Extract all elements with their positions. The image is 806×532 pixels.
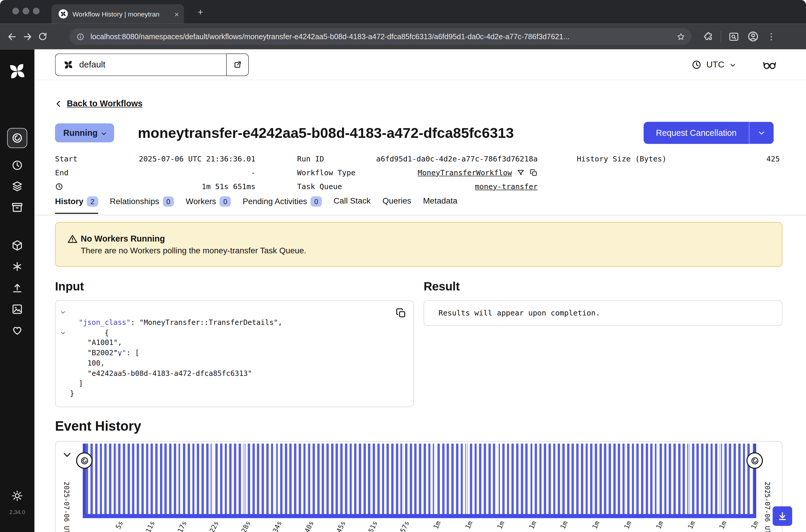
sidebar-item-namespaces[interactable] (11, 261, 23, 272)
sidebar-item-stack[interactable] (11, 180, 23, 192)
filter-icon[interactable] (517, 168, 525, 176)
forward-icon[interactable] (19, 29, 35, 44)
sidebar-item-deployments[interactable] (11, 240, 23, 251)
tab-badge: 0 (311, 196, 322, 207)
window-close-button[interactable] (12, 8, 19, 15)
detail-value: 1m 51s 651ms (202, 182, 255, 191)
timezone-value: UTC (706, 59, 724, 70)
sidebar-item-schedules[interactable] (11, 159, 23, 171)
workflow-type-link[interactable]: MoneyTransferWorkflow (418, 168, 512, 176)
input-heading: Input (55, 280, 84, 293)
detail-history-size: History Size (Bytes) 425 (577, 152, 780, 166)
archive-icon (11, 202, 23, 213)
namespace-select[interactable]: default (55, 53, 226, 76)
timezone-select[interactable]: UTC (691, 57, 736, 73)
detail-duration: 1m 51s 651ms (55, 179, 256, 193)
window-controls (12, 8, 39, 15)
layers-icon (11, 180, 23, 192)
heart-icon (11, 324, 23, 336)
detail-task-queue: Task Queue money-transfer (297, 179, 538, 193)
reload-icon[interactable] (35, 29, 50, 44)
download-history-button[interactable] (773, 506, 792, 526)
detail-value: a6fd95d1-da0c-4d2e-a77c-786f3d76218a (376, 154, 538, 163)
sun-icon (11, 490, 23, 502)
tab-queries[interactable]: Queries (382, 196, 411, 212)
detail-label: Task Queue (297, 182, 342, 191)
detail-end: End - (55, 166, 256, 179)
request-cancellation-group: Request Cancellation (644, 122, 773, 144)
json-line: ] (55, 379, 413, 389)
url-bar[interactable]: localhost:8080/namespaces/default/workfl… (70, 28, 691, 45)
sidebar-item-feedback[interactable] (11, 324, 23, 336)
tab-call-stack[interactable]: Call Stack (333, 196, 370, 212)
tab-badge: 2 (87, 196, 98, 207)
tab-badge: 0 (220, 196, 231, 207)
sidebar-item-workflows[interactable] (7, 128, 27, 148)
json-line: "e4242aa5-b08d-4183-a472-dfca85fc6313" (55, 368, 413, 379)
page-search-icon[interactable] (729, 31, 740, 42)
tab-metadata[interactable]: Metadata (423, 196, 457, 212)
timeline-event-bars (86, 444, 753, 514)
workflow-title: moneytransfer-e4242aa5-b08d-4183-a472-df… (138, 124, 514, 142)
labs-toggle[interactable] (761, 57, 778, 73)
sidebar-item-reports[interactable] (11, 303, 23, 315)
browser-tab[interactable]: Workflow History | moneytran × (52, 4, 184, 23)
bookmark-star-icon[interactable] (676, 32, 686, 41)
new-tab-button[interactable]: + (194, 6, 207, 19)
result-heading: Result (424, 280, 460, 293)
chevron-down-icon (758, 129, 765, 137)
temporal-mark-icon (63, 59, 74, 70)
sidebar-item-batch[interactable] (11, 202, 23, 213)
tab-close-icon[interactable]: × (174, 10, 179, 18)
browser-tabstrip: Workflow History | moneytran × + (0, 0, 806, 23)
detail-label: End (55, 168, 69, 176)
tab-history[interactable]: History2 (55, 196, 98, 214)
window-minimize-button[interactable] (23, 8, 30, 15)
cube-icon (11, 240, 23, 251)
status-badge[interactable]: Running (55, 124, 114, 142)
warning-triangle-icon (68, 234, 78, 244)
back-icon[interactable] (4, 29, 19, 44)
copy-icon[interactable] (530, 168, 538, 176)
task-queue-link[interactable]: money-transfer (475, 182, 538, 191)
cancellation-menu-button[interactable] (749, 122, 773, 144)
url-text: localhost:8080/namespaces/default/workfl… (91, 33, 672, 41)
json-line: "B2002", (55, 348, 413, 359)
workflow-tabs: History2 Relationships0 Workers0 Pending… (55, 196, 458, 214)
tab-relationships[interactable]: Relationships0 (110, 196, 174, 213)
image-icon (11, 303, 23, 315)
timeline-end-date: 2025-07-06 UTC (763, 482, 771, 532)
tab-pending-activities[interactable]: Pending Activities0 (243, 196, 322, 213)
chevron-left-icon (54, 99, 63, 108)
toolbar-divider (721, 30, 721, 43)
namespace-open-button[interactable] (226, 53, 249, 76)
timeline-start-date: 2025-07-06 UTC (63, 482, 71, 532)
back-to-workflows-link[interactable]: Back to Workflows (54, 99, 142, 109)
chevron-down-icon (101, 130, 107, 136)
collapse-caret-icon[interactable] (60, 330, 66, 336)
window-zoom-button[interactable] (33, 8, 40, 15)
detail-workflow-type: Workflow Type MoneyTransferWorkflow (297, 166, 538, 179)
browser-menu-icon[interactable]: ⋮ (767, 31, 775, 42)
temporal-logo-icon[interactable] (8, 61, 27, 81)
collapse-caret-icon[interactable] (60, 309, 66, 315)
external-link-icon (233, 60, 242, 69)
json-line: 100, (55, 358, 413, 368)
timeline-start-event-marker[interactable] (76, 453, 93, 469)
tab-workers[interactable]: Workers0 (186, 196, 231, 213)
detail-value: 425 (766, 154, 780, 163)
detail-value: 2025-07-06 UTC 21:36:36.01 (139, 154, 255, 163)
no-workers-warning: No Workers Running There are no Workers … (55, 222, 783, 267)
site-info-icon[interactable] (76, 32, 85, 41)
request-cancellation-button[interactable]: Request Cancellation (644, 122, 749, 144)
timeline-end-event-marker[interactable] (747, 453, 763, 469)
sidebar-item-import[interactable] (11, 282, 23, 294)
theme-toggle[interactable] (11, 490, 23, 502)
temporal-favicon-icon (59, 9, 68, 18)
detail-label: Workflow Type (297, 168, 356, 176)
detail-value: - (251, 168, 255, 176)
timeline-collapse-icon[interactable] (62, 450, 72, 459)
browser-window: Workflow History | moneytran × + localho… (0, 0, 806, 532)
extensions-icon[interactable] (703, 31, 713, 41)
profile-avatar-icon[interactable] (747, 30, 760, 43)
